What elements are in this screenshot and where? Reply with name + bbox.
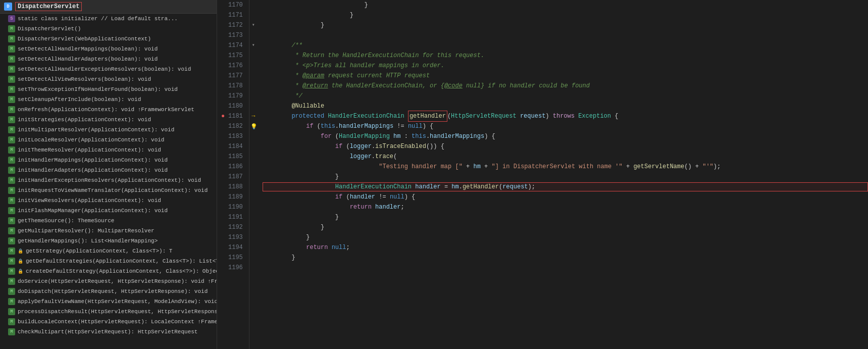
member-item[interactable]: MsetDetectAllHandlerMappings(boolean): v… [0,44,217,54]
member-item[interactable]: MgetMultipartResolver(): MultipartResolv… [0,226,217,236]
member-item[interactable]: MsetDetectAllHandlerExceptionResolvers(b… [0,64,217,74]
code-line [263,30,868,40]
member-item[interactable]: MsetCleanupAfterInclude(boolean): void [0,94,217,105]
member-text: initViewResolvers(ApplicationContext): v… [18,197,161,204]
member-item[interactable]: MsetDetectAllViewResolvers(boolean): voi… [0,74,217,84]
code-line-content: } [263,172,339,182]
member-item[interactable]: MinitHandlerAdapters(ApplicationContext)… [0,165,217,175]
member-badge: M [8,96,15,103]
member-text: DispatcherServlet() [18,26,81,32]
member-item[interactable]: MinitHandlerMappings(ApplicationContext)… [0,155,217,165]
lamp-icon[interactable]: 💡 [250,124,258,130]
member-item[interactable]: MsetDetectAllHandlerAdapters(boolean): v… [0,54,217,64]
code-line-content: "Testing handler map [" + hm + "] in Dis… [263,162,721,172]
member-badge: M [8,45,15,53]
member-item[interactable]: MinitStrategies(ApplicationContext): voi… [0,115,217,125]
code-line-content: @Nullable [263,101,324,111]
member-text: processDispatchResult(HttpServletRequest… [18,309,217,315]
code-line-content: logger.trace( [263,152,397,162]
member-badge: M [8,167,15,174]
fold-indicator [249,263,258,273]
member-item[interactable]: MdoService(HttpServletRequest, HttpServl… [0,276,217,286]
member-badge: M [8,217,15,224]
member-item[interactable]: MDispatcherServlet(WebApplicationContext… [0,34,217,44]
member-item[interactable]: MapplyDefaultViewName(HttpServletRequest… [0,296,217,307]
line-number: 1172 [221,20,243,30]
fold-indicator [249,71,258,81]
member-badge: M [8,56,15,63]
member-item[interactable]: M🔒createDefaultStrategy(ApplicationConte… [0,266,217,276]
code-line-content: } [263,232,310,242]
member-badge: M [8,35,15,42]
code-line: } [263,20,868,30]
line-number: 1194 [221,242,243,253]
code-line [263,263,868,273]
fold-indicator [249,61,258,71]
member-badge: M [8,197,15,204]
code-line: * Return the HandlerExecutionChain for t… [263,51,868,61]
member-text: initFlashMapManager(ApplicationContext):… [18,208,168,214]
line-number: 1184 [221,141,243,152]
code-line-content: HandlerExecutionChain handler = hm.getHa… [263,182,535,192]
left-panel: D DispatcherServlet Sstatic class initia… [0,0,217,349]
code-container: 1170117111721173117411751176117711781179… [217,0,868,349]
code-line-content: */ [263,91,302,101]
fold-indicator [249,232,258,242]
member-item[interactable]: MonRefresh(ApplicationContext): void ↑Fr… [0,105,217,115]
member-item[interactable]: MinitViewResolvers(ApplicationContext): … [0,195,217,206]
member-item[interactable]: M🔒getStrategy(ApplicationContext, Class<… [0,246,217,256]
code-line: } [263,212,868,222]
lock-icon: 🔒 [18,269,23,274]
member-item[interactable]: MdoDispatch(HttpServletRequest, HttpServ… [0,286,217,296]
member-text: initStrategies(ApplicationContext): void [18,117,151,123]
member-item[interactable]: MinitThemeResolver(ApplicationContext): … [0,145,217,155]
member-item[interactable]: MinitHandlerExceptionResolvers(Applicati… [0,175,217,185]
member-item[interactable]: MgetThemeSource(): ThemeSource [0,216,217,226]
member-item[interactable]: MprocessDispatchResult(HttpServletReques… [0,307,217,317]
line-number: 1183 [221,131,243,141]
line-number: 1174 [221,40,243,51]
code-line-content: } [263,222,324,232]
member-text: setDetectAllViewResolvers(boolean): void [18,76,151,82]
member-item[interactable]: MinitMultipartResolver(ApplicationContex… [0,125,217,135]
member-text: setDetectAllHandlerExceptionResolvers(bo… [18,66,191,72]
member-item[interactable]: MgetHandlerMappings(): List<HandlerMappi… [0,236,217,246]
debug-arrow-icon: → [251,113,255,120]
code-line: } [263,172,868,182]
code-line: } [263,10,868,20]
member-item[interactable]: MinitFlashMapManager(ApplicationContext)… [0,206,217,216]
lock-icon: 🔒 [18,259,23,264]
code-line: } [263,232,868,242]
code-line: /** [263,40,868,51]
code-panel[interactable]: 1170117111721173117411751176117711781179… [217,0,868,349]
line-number: 1185 [221,152,243,162]
member-badge: M [8,177,15,184]
line-number: ●1181 [221,111,243,121]
code-line-content: /** [263,40,302,51]
code-line-content: } [263,20,324,30]
member-item[interactable]: MDispatcherServlet() [0,24,217,34]
fold-indicator[interactable]: ▾ [249,20,258,30]
code-line-content: protected HandlerExecutionChain getHandl… [263,111,619,122]
member-item[interactable]: MinitRequestToViewNameTranslator(Applica… [0,185,217,195]
line-number: 1188 [221,182,243,192]
code-line: * <p>Tries all handler mappings in order… [263,61,868,71]
member-item[interactable]: Sstatic class initializer // Load defaul… [0,14,217,24]
code-line-content: } [263,10,353,20]
member-badge: M [8,278,15,285]
member-text: checkMultipart(HttpServletRequest): Http… [18,329,197,335]
code-line-content: * @param request current HTTP request [263,71,430,81]
fold-indicator[interactable]: ▾ [249,40,258,51]
member-item[interactable]: MbuildLocaleContext(HttpServletRequest):… [0,317,217,327]
member-item[interactable]: MinitLocaleResolver(ApplicationContext):… [0,135,217,145]
code-line: if (logger.isTraceEnabled()) { [263,141,868,152]
class-icon: D [4,3,12,11]
member-badge: M [8,136,15,143]
member-item[interactable]: MsetThrowExceptionIfNoHandlerFound(boole… [0,84,217,94]
line-number: 1170 [221,0,243,10]
code-line-content: return null; [263,242,350,253]
member-item[interactable]: M🔒getDefaultStrategies(ApplicationContex… [0,256,217,266]
fold-indicator [249,253,258,263]
line-number: 1186 [221,162,243,172]
member-item[interactable]: McheckMultipart(HttpServletRequest): Htt… [0,327,217,337]
